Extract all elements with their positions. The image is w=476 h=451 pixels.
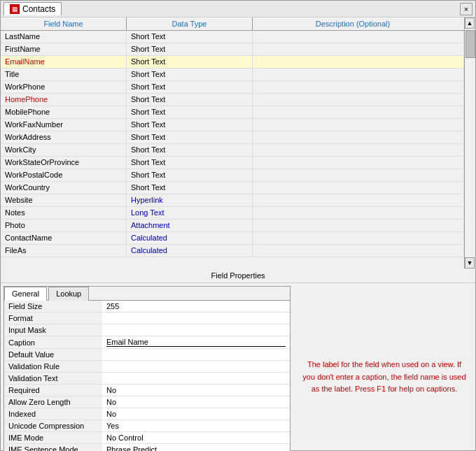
property-row: Format	[4, 313, 290, 324]
cell-field-name: WorkCountry	[1, 182, 127, 194]
prop-input-field[interactable]	[106, 434, 286, 442]
cell-field-name: WorkFaxNumber	[1, 119, 127, 131]
table-row[interactable]: WorkPhone Short Text	[1, 81, 464, 94]
grid-body[interactable]: LastName Short Text FirstName Short Text…	[1, 31, 464, 269]
grid-wrapper: Field Name Data Type Description (Option…	[1, 17, 475, 269]
cell-data-type: Short Text	[127, 144, 253, 156]
prop-label: IME Sentence Mode	[4, 444, 102, 452]
prop-value[interactable]	[102, 396, 290, 408]
cell-description	[253, 169, 464, 181]
cell-description	[253, 106, 464, 118]
prop-value[interactable]	[102, 444, 290, 452]
table-row[interactable]: MobilePhone Short Text	[1, 106, 464, 119]
prop-value[interactable]	[102, 385, 290, 396]
prop-value[interactable]	[102, 432, 290, 444]
cell-field-name: LastName	[1, 31, 127, 43]
table-row[interactable]: WorkStateOrProvince Short Text	[1, 157, 464, 169]
main-window: ▦ Contacts × Field Name Data Type Descri…	[0, 0, 476, 451]
cell-field-name: FileAs	[1, 245, 127, 257]
cell-field-name: Photo	[1, 220, 127, 231]
prop-value	[102, 313, 290, 324]
cell-description	[253, 232, 464, 244]
prop-label: IME Mode	[4, 432, 102, 444]
cell-data-type: Short Text	[127, 94, 253, 106]
prop-input-field[interactable]	[106, 338, 286, 347]
prop-value	[102, 361, 290, 373]
prop-value[interactable]	[102, 420, 290, 432]
prop-label: Caption	[4, 336, 102, 349]
prop-label: Validation Rule	[4, 361, 102, 373]
table-row[interactable]: EmailName Short Text	[1, 56, 464, 69]
table-row[interactable]: Photo Attachment	[1, 220, 464, 232]
prop-input-field[interactable]	[106, 386, 286, 394]
cell-data-type: Short Text	[127, 56, 253, 68]
properties-table: Field Size Format Input Mask Caption Def…	[4, 301, 290, 451]
prop-value[interactable]	[102, 336, 290, 349]
table-row[interactable]: WorkAddress Short Text	[1, 131, 464, 144]
property-row: Field Size	[4, 301, 290, 313]
close-button[interactable]: ×	[460, 3, 472, 15]
cell-field-name: WorkCity	[1, 144, 127, 156]
cell-field-name: EmailName	[1, 56, 127, 68]
table-row[interactable]: Notes Long Text	[1, 207, 464, 220]
table-row[interactable]: FirstName Short Text	[1, 43, 464, 56]
col-field-name: Field Name	[1, 17, 127, 30]
cell-description	[253, 220, 464, 231]
cell-data-type: Short Text	[127, 43, 253, 55]
cell-description	[253, 144, 464, 156]
property-row: Allow Zero Length	[4, 396, 290, 408]
prop-input-field[interactable]	[106, 410, 286, 418]
cell-description	[253, 69, 464, 80]
prop-value[interactable]	[102, 301, 290, 313]
cell-field-name: HomePhone	[1, 94, 127, 106]
property-row: Validation Rule	[4, 361, 290, 373]
table-row[interactable]: HomePhone Short Text	[1, 94, 464, 106]
grid-main: Field Name Data Type Description (Option…	[1, 17, 464, 269]
tab-general[interactable]: General	[4, 287, 47, 301]
table-row[interactable]: FileAs Calculated	[1, 245, 464, 257]
bottom-section: General Lookup Field Size Format Input M…	[1, 283, 475, 451]
cell-field-name: Title	[1, 69, 127, 80]
contacts-tab[interactable]: ▦ Contacts	[4, 2, 62, 15]
table-row[interactable]: LastName Short Text	[1, 31, 464, 43]
vertical-scrollbar[interactable]: ▲ ▼	[464, 17, 475, 269]
prop-input-field[interactable]	[106, 398, 286, 406]
cell-field-name: WorkPhone	[1, 81, 127, 93]
table-row[interactable]: Website Hyperlink	[1, 194, 464, 207]
prop-value[interactable]	[102, 408, 290, 420]
cell-description	[253, 31, 464, 43]
scroll-track[interactable]	[465, 29, 475, 257]
prop-label: Required	[4, 385, 102, 396]
property-row: IME Mode	[4, 432, 290, 444]
prop-label: Validation Text	[4, 373, 102, 385]
table-row[interactable]: WorkFaxNumber Short Text	[1, 119, 464, 131]
scroll-thumb[interactable]	[465, 30, 475, 58]
cell-description	[253, 81, 464, 93]
scroll-up-button[interactable]: ▲	[465, 17, 475, 29]
cell-data-type: Short Text	[127, 157, 253, 169]
scroll-down-button[interactable]: ▼	[465, 257, 475, 269]
cell-data-type: Calculated	[127, 232, 253, 244]
grid-container: Field Name Data Type Description (Option…	[1, 17, 475, 269]
cell-data-type: Short Text	[127, 119, 253, 131]
cell-field-name: WorkPostalCode	[1, 169, 127, 181]
table-row[interactable]: ContactName Calculated	[1, 232, 464, 245]
cell-description	[253, 157, 464, 169]
table-row[interactable]: WorkPostalCode Short Text	[1, 169, 464, 182]
properties-panel: General Lookup Field Size Format Input M…	[4, 286, 290, 451]
cell-field-name: WorkStateOrProvince	[1, 157, 127, 169]
prop-input-field[interactable]	[106, 302, 286, 310]
cell-description	[253, 207, 464, 219]
table-row[interactable]: Title Short Text	[1, 69, 464, 81]
property-row: Validation Text	[4, 373, 290, 385]
table-row[interactable]: WorkCity Short Text	[1, 144, 464, 157]
cell-description	[253, 245, 464, 257]
tab-lookup[interactable]: Lookup	[48, 287, 89, 301]
prop-input-field[interactable]	[106, 422, 286, 430]
cell-data-type: Short Text	[127, 106, 253, 118]
property-row: Default Value	[4, 349, 290, 361]
table-row[interactable]: WorkCountry Short Text	[1, 182, 464, 194]
prop-label: Field Size	[4, 301, 102, 313]
prop-input-field[interactable]	[106, 445, 286, 451]
field-properties-label: Field Properties	[1, 269, 475, 282]
